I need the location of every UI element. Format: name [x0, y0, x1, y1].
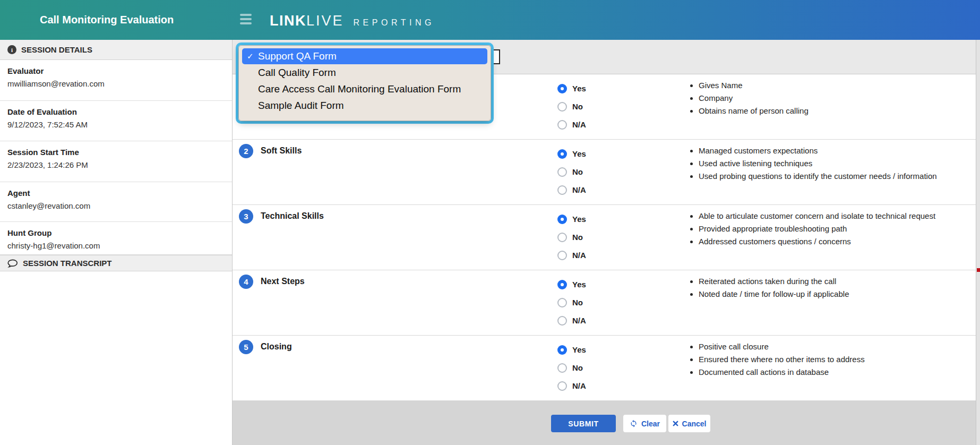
criteria-item: Positive call closure	[699, 342, 865, 351]
radio-option-yes[interactable]: Yes	[557, 148, 586, 159]
criteria-item: Provided appropriate troubleshooting pat…	[699, 224, 935, 233]
criteria-item: Company	[699, 93, 809, 102]
menu-icon[interactable]	[240, 14, 253, 27]
radio-option-na[interactable]: N/A	[557, 184, 586, 195]
cancel-button[interactable]: Cancel	[668, 415, 710, 432]
dropdown-panel: ✓ Support QA Form Call Quality Form Care…	[238, 45, 491, 121]
field-date-of-evaluation: Date of Evaluation 9/12/2023, 7:52:45 AM	[0, 101, 232, 141]
radio-selected-icon[interactable]	[557, 345, 567, 355]
logo-link-text: LINK	[270, 13, 306, 29]
dropdown-option[interactable]: Care Access Call Monitoring Evaluation F…	[242, 81, 487, 97]
radio-icon[interactable]	[557, 381, 567, 391]
sync-icon	[630, 420, 638, 427]
session-transcript-header[interactable]: SESSION TRANSCRIPT	[0, 255, 232, 271]
criteria-list: Managed customers expectations Used acti…	[688, 146, 937, 184]
radio-icon[interactable]	[557, 251, 567, 260]
session-sidebar: i SESSION DETAILS Evaluator mwilliamson@…	[0, 40, 233, 445]
field-session-start-time: Session Start Time 2/23/2023, 1:24:26 PM	[0, 141, 232, 182]
radio-icon[interactable]	[557, 167, 567, 177]
criteria-item: Ensured there where no other items to ad…	[699, 355, 865, 364]
criteria-item: Used probing questions to identify the c…	[699, 172, 937, 181]
radio-group: Yes No N/A	[557, 83, 586, 137]
criteria-list: Gives Name Company Obtains name of perso…	[688, 81, 809, 119]
dropdown-option-selected[interactable]: ✓ Support QA Form	[242, 48, 487, 64]
logo-reporting-text: REPORTING	[354, 18, 435, 28]
clear-label: Clear	[641, 420, 660, 428]
criteria-item: Addressed customers questions / concerns	[699, 237, 935, 246]
radio-option-yes[interactable]: Yes	[557, 279, 586, 290]
call-monitoring-evaluation-app: Call Monitoring Evaluation LINK LIVE REP…	[0, 0, 980, 445]
question-label: Next Steps	[261, 277, 305, 286]
criteria-list: Able to articulate customer concern and …	[688, 211, 935, 250]
session-details-header[interactable]: i SESSION DETAILS	[0, 40, 232, 60]
radio-option-no[interactable]: No	[557, 362, 586, 373]
question-number-badge: 4	[239, 275, 253, 289]
question-row: 3 Technical Skills Yes No N/A Able to ar…	[233, 205, 976, 270]
field-value: 2/23/2023, 1:24:26 PM	[7, 160, 225, 169]
radio-icon[interactable]	[557, 233, 567, 242]
session-transcript-label: SESSION TRANSCRIPT	[23, 259, 112, 268]
question-number-badge: 2	[239, 144, 253, 158]
radio-icon[interactable]	[557, 102, 567, 112]
radio-icon[interactable]	[557, 298, 567, 307]
field-agent: Agent cstanley@revation.com	[0, 182, 232, 222]
vertical-scrollbar[interactable]	[976, 40, 980, 445]
submit-button[interactable]: SUBMIT	[551, 415, 616, 432]
radio-selected-icon[interactable]	[557, 149, 567, 159]
radio-option-yes[interactable]: Yes	[557, 344, 586, 355]
radio-option-na[interactable]: N/A	[557, 250, 586, 261]
clear-button[interactable]: Clear	[623, 415, 666, 432]
radio-option-no[interactable]: No	[557, 297, 586, 308]
radio-option-na[interactable]: N/A	[557, 119, 586, 130]
criteria-list: Reiterated actions taken during the call…	[688, 277, 849, 302]
radio-group: Yes No N/A	[557, 148, 586, 202]
dropdown-option[interactable]: Call Quality Form	[242, 65, 487, 81]
criteria-item: Documented call actions in database	[699, 367, 865, 376]
radio-option-na[interactable]: N/A	[557, 380, 586, 391]
question-row: 4 Next Steps Yes No N/A Reiterated actio…	[233, 270, 976, 336]
radio-option-yes[interactable]: Yes	[557, 213, 586, 225]
radio-group: Yes No N/A	[557, 344, 586, 398]
cancel-label: Cancel	[682, 420, 707, 428]
question-label: Soft Skills	[261, 146, 302, 156]
criteria-item: Managed customers expectations	[699, 146, 937, 155]
radio-option-no[interactable]: No	[557, 101, 586, 112]
field-hunt-group: Hunt Group christy-hg1@revation.com	[0, 222, 232, 255]
form-select-dropdown: ✓ Support QA Form Call Quality Form Care…	[236, 42, 494, 124]
logo-live-text: LIVE	[306, 13, 344, 29]
radio-option-yes[interactable]: Yes	[557, 83, 586, 94]
radio-icon[interactable]	[557, 185, 567, 195]
radio-option-no[interactable]: No	[557, 232, 586, 243]
criteria-item: Gives Name	[699, 81, 809, 90]
radio-option-no[interactable]: No	[557, 166, 586, 177]
linklive-logo: LINK LIVE REPORTING	[270, 0, 435, 40]
criteria-item: Noted date / time for follow-up if appli…	[699, 289, 849, 298]
radio-group: Yes No N/A	[557, 279, 586, 333]
field-label: Agent	[7, 189, 225, 198]
speech-bubble-icon	[7, 259, 18, 268]
question-row: 5 Closing Yes No N/A Positive call closu…	[233, 336, 976, 401]
field-value: cstanley@revation.com	[7, 201, 225, 210]
criteria-item: Obtains name of person calling	[699, 106, 809, 115]
radio-group: Yes No N/A	[557, 213, 586, 268]
radio-selected-icon[interactable]	[557, 84, 567, 93]
question-row: 2 Soft Skills Yes No N/A Managed custome…	[233, 140, 976, 205]
radio-option-na[interactable]: N/A	[557, 315, 586, 326]
field-value: christy-hg1@revation.com	[7, 241, 225, 250]
criteria-list: Positive call closure Ensured there wher…	[688, 342, 865, 380]
question-label: Closing	[261, 342, 292, 352]
field-evaluator: Evaluator mwilliamson@revation.com	[0, 60, 232, 101]
field-value: mwilliamson@revation.com	[7, 79, 225, 88]
criteria-item: Reiterated actions taken during the call	[699, 277, 849, 286]
radio-selected-icon[interactable]	[557, 215, 567, 224]
scrollbar-marker	[977, 268, 980, 272]
radio-icon[interactable]	[557, 316, 567, 326]
dropdown-option[interactable]: Sample Audit Form	[242, 98, 487, 114]
radio-icon[interactable]	[557, 363, 567, 373]
radio-icon[interactable]	[557, 120, 567, 130]
field-label: Hunt Group	[7, 228, 225, 237]
field-label: Session Start Time	[7, 148, 225, 157]
session-details-label: SESSION DETAILS	[21, 45, 92, 54]
radio-selected-icon[interactable]	[557, 280, 567, 289]
question-label: Technical Skills	[261, 211, 324, 221]
